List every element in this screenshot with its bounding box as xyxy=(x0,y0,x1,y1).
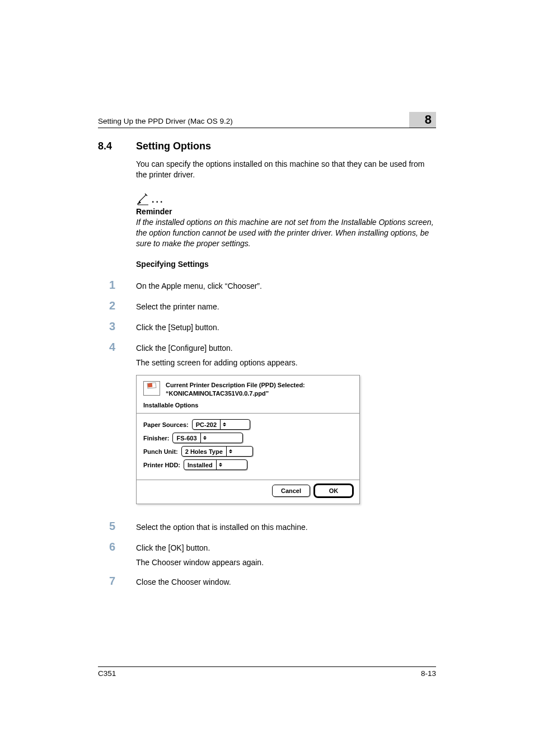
popup-value: 2 Holes Type xyxy=(185,448,226,455)
step-number: 7 xyxy=(98,575,136,588)
chevron-updown-icon xyxy=(220,420,228,429)
step-text: Click the [Setup] button. xyxy=(136,322,219,333)
reminder-label: Reminder xyxy=(136,207,436,216)
chevron-updown-icon xyxy=(200,433,209,443)
chapter-number-box: 8 xyxy=(409,112,436,128)
step-4: 4 Click the [Configure] button. xyxy=(98,341,436,354)
step-6: 6 Click the [OK] button. xyxy=(98,541,436,553)
step-3: 3 Click the [Setup] button. xyxy=(98,320,436,333)
installable-options-dialog: Current Printer Description File (PPD) S… xyxy=(136,375,360,504)
dialog-buttons: Cancel OK xyxy=(137,480,359,504)
punch-unit-popup[interactable]: 2 Holes Type xyxy=(181,446,253,457)
running-title: Setting Up the PPD Driver (Mac OS 9.2) xyxy=(98,117,233,125)
step-text: Close the Chooser window. xyxy=(136,577,231,588)
popup-value: Installed xyxy=(188,462,216,468)
step-7: 7 Close the Chooser window. xyxy=(98,575,436,588)
step-text: Select the printer name. xyxy=(136,302,219,312)
dialog-screenshot: Current Printer Description File (PPD) S… xyxy=(136,375,436,504)
dialog-title-line1: Current Printer Description File (PPD) S… xyxy=(166,381,305,389)
option-punch-unit: Punch Unit: 2 Holes Type xyxy=(143,446,353,457)
printer-hdd-popup[interactable]: Installed xyxy=(184,459,247,470)
option-label: Paper Sources: xyxy=(143,421,189,428)
printer-icon xyxy=(143,381,160,396)
step-number: 4 xyxy=(98,341,136,354)
section-number: 8.4 xyxy=(98,140,136,152)
step-text: Select the option that is installed on t… xyxy=(136,522,308,533)
dialog-title: Current Printer Description File (PPD) S… xyxy=(166,381,305,397)
popup-value: FS-603 xyxy=(176,435,200,442)
page: Setting Up the PPD Driver (Mac OS 9.2) 8… xyxy=(0,0,534,756)
dialog-options: Paper Sources: PC-202 Finisher: FS-603 P… xyxy=(137,414,359,480)
ellipsis-icon: ... xyxy=(152,195,164,206)
step-5: 5 Select the option that is installed on… xyxy=(98,520,436,533)
reminder-icon: ... xyxy=(136,191,436,206)
step-6-follow: The Chooser window appears again. xyxy=(136,558,436,567)
step-number: 5 xyxy=(98,520,136,533)
section-heading: 8.4 Setting Options xyxy=(98,140,436,152)
footer-page-number: 8-13 xyxy=(421,669,436,678)
chevron-updown-icon xyxy=(216,460,224,469)
reminder-body: If the installed options on this machine… xyxy=(136,217,436,249)
step-text: Click the [OK] button. xyxy=(136,543,210,553)
paper-sources-popup[interactable]: PC-202 xyxy=(192,419,250,430)
dialog-title-line2: “KONICAMINOLTAC351V0.0.7.ppd” xyxy=(166,389,305,397)
footer-model: C351 xyxy=(98,669,116,678)
option-label: Finisher: xyxy=(143,435,169,442)
step-text: Click the [Configure] button. xyxy=(136,343,233,354)
step-number: 6 xyxy=(98,541,136,553)
option-finisher: Finisher: FS-603 xyxy=(143,433,353,443)
option-label: Printer HDD: xyxy=(143,462,180,468)
option-printer-hdd: Printer HDD: Installed xyxy=(143,459,353,470)
step-number: 1 xyxy=(98,279,136,292)
dialog-header: Current Printer Description File (PPD) S… xyxy=(137,375,359,414)
page-header: Setting Up the PPD Driver (Mac OS 9.2) 8 xyxy=(98,112,436,128)
step-number: 2 xyxy=(98,299,136,312)
step-4-follow: The setting screen for adding options ap… xyxy=(136,358,436,367)
option-paper-sources: Paper Sources: PC-202 xyxy=(143,419,353,430)
section-title: Setting Options xyxy=(136,140,211,152)
page-footer: C351 8-13 xyxy=(98,666,436,678)
ok-button[interactable]: OK xyxy=(315,485,353,497)
option-label: Punch Unit: xyxy=(143,448,178,455)
step-1: 1 On the Apple menu, click “Chooser”. xyxy=(98,279,436,292)
step-text: On the Apple menu, click “Chooser”. xyxy=(136,281,262,292)
popup-value: PC-202 xyxy=(196,421,220,428)
subheading: Specifying Settings xyxy=(136,260,436,269)
cancel-button[interactable]: Cancel xyxy=(272,485,310,497)
chevron-updown-icon xyxy=(226,447,235,456)
section-intro: You can specify the options installed on… xyxy=(136,159,436,180)
finisher-popup[interactable]: FS-603 xyxy=(172,433,243,443)
dialog-section-label: Installable Options xyxy=(143,402,353,408)
step-number: 3 xyxy=(98,320,136,333)
chapter-number: 8 xyxy=(425,112,432,127)
step-2: 2 Select the printer name. xyxy=(98,299,436,312)
